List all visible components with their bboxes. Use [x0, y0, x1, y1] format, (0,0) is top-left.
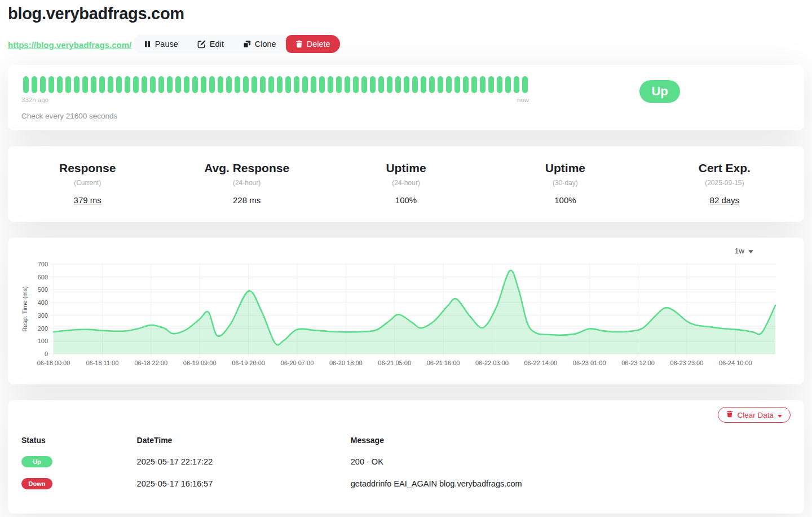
- column-header-datetime: DateTime: [137, 436, 351, 450]
- heartbeat-beat: [421, 76, 426, 93]
- heartbeat-beat: [505, 76, 511, 93]
- heartbeat-beat: [294, 76, 299, 93]
- svg-text:06-22 14:00: 06-22 14:00: [524, 360, 557, 366]
- heartbeat-beat: [226, 76, 232, 93]
- heartbeat-beat: [218, 76, 223, 93]
- column-header-status: Status: [21, 436, 137, 450]
- heartbeat-end-time: now: [517, 97, 529, 103]
- chevron-down-icon: [748, 247, 753, 255]
- heartbeat-beat: [48, 76, 54, 93]
- event-datetime: 2025-05-17 22:17:22: [137, 450, 351, 472]
- svg-text:06-18 22:00: 06-18 22:00: [134, 360, 167, 366]
- heartbeat-beat: [133, 76, 139, 93]
- stat-avg-response: Avg. Response (24-hour) 228 ms: [167, 161, 326, 205]
- svg-text:300: 300: [38, 312, 48, 319]
- stat-value-response-current[interactable]: 379 ms: [8, 195, 167, 205]
- heartbeat-beat: [192, 76, 198, 93]
- pause-icon: [144, 40, 151, 48]
- clone-icon: [243, 40, 251, 48]
- heartbeat-beat: [108, 76, 113, 93]
- heartbeat-beat: [57, 76, 63, 93]
- heartbeat-beat: [125, 76, 130, 93]
- heartbeat-beat: [184, 76, 189, 93]
- event-datetime: 2025-05-17 16:16:57: [137, 472, 351, 494]
- status-badge: Up: [639, 80, 679, 103]
- stat-value-uptime-30d: 100%: [486, 195, 645, 205]
- heartbeat-beat: [251, 76, 257, 93]
- heartbeat-beat: [429, 76, 435, 93]
- events-table: Status DateTime Message Up 2025-05-17 22…: [21, 436, 791, 494]
- heartbeat-beat: [150, 76, 156, 93]
- heartbeat-beat: [514, 76, 519, 93]
- pause-button[interactable]: Pause: [134, 35, 188, 53]
- svg-text:600: 600: [38, 274, 48, 281]
- heartbeat-beat: [488, 76, 494, 93]
- heartbeat-start-time: 332h ago: [21, 97, 48, 103]
- svg-text:0: 0: [45, 350, 48, 357]
- chart-period-select[interactable]: 1w: [732, 246, 756, 256]
- stat-response-current: Response (Current) 379 ms: [8, 161, 167, 205]
- heartbeat-beat: [268, 76, 274, 93]
- trash-icon: [295, 40, 303, 48]
- svg-text:06-19 20:00: 06-19 20:00: [232, 360, 265, 366]
- heartbeat-bar[interactable]: [21, 73, 529, 95]
- stat-value-cert-exp[interactable]: 82 days: [645, 195, 804, 205]
- clone-button[interactable]: Clone: [233, 35, 286, 53]
- chart-canvas[interactable]: 010020030040050060070006-18 00:0006-18 1…: [21, 260, 791, 375]
- heartbeat-beat: [471, 76, 477, 93]
- event-message: getaddrinfo EAI_AGAIN blog.verybadfrags.…: [351, 472, 791, 494]
- heartbeat-beat: [370, 76, 376, 93]
- status-pill-down: Down: [21, 478, 52, 489]
- clear-data-button[interactable]: Clear Data: [718, 407, 791, 423]
- svg-text:06-22 03:00: 06-22 03:00: [475, 360, 509, 366]
- stat-cert-exp: Cert Exp. (2025-09-15) 82 days: [645, 161, 804, 205]
- heartbeat-beat: [91, 76, 96, 93]
- svg-text:06-19 09:00: 06-19 09:00: [183, 360, 217, 366]
- stat-value-avg-response: 228 ms: [167, 195, 326, 205]
- heartbeat-beat: [32, 76, 37, 93]
- svg-text:500: 500: [38, 286, 48, 293]
- heartbeat-beat: [201, 76, 206, 93]
- heartbeat-beat: [463, 76, 469, 93]
- heartbeat-beat: [40, 76, 46, 93]
- heartbeat-beat: [116, 76, 122, 93]
- heartbeat-beat: [311, 76, 316, 93]
- svg-text:400: 400: [38, 299, 48, 306]
- heartbeat-beat: [65, 76, 71, 93]
- edit-icon: [197, 40, 206, 49]
- heartbeat-beat: [235, 76, 240, 93]
- check-interval-text: Check every 21600 seconds: [21, 112, 529, 120]
- svg-text:06-18 11:00: 06-18 11:00: [86, 360, 118, 366]
- heartbeat-beat: [446, 76, 452, 93]
- monitor-details-page: blog.verybadfrags.com https://blog.veryb…: [0, 0, 812, 514]
- edit-button[interactable]: Edit: [188, 35, 233, 53]
- svg-text:06-21 05:00: 06-21 05:00: [378, 360, 411, 366]
- heartbeat-beat: [361, 76, 367, 93]
- svg-text:06-20 18:00: 06-20 18:00: [329, 360, 363, 366]
- table-row: Up 2025-05-17 22:17:22 200 - OK: [21, 450, 791, 472]
- monitor-url-link[interactable]: https://blog.verybadfrags.com/: [8, 40, 131, 50]
- svg-text:06-23 01:00: 06-23 01:00: [573, 360, 606, 366]
- heartbeat-beat: [23, 76, 29, 93]
- heartbeat-beat: [302, 76, 308, 93]
- trash-icon: [726, 410, 733, 419]
- delete-button[interactable]: Delete: [286, 35, 340, 53]
- svg-text:200: 200: [38, 325, 48, 332]
- heartbeat-beat: [387, 76, 392, 93]
- heartbeat-beat: [209, 76, 215, 93]
- heartbeat-beat: [260, 76, 266, 93]
- heartbeat-beat: [438, 76, 443, 93]
- heartbeat-beat: [412, 76, 418, 93]
- svg-text:700: 700: [38, 261, 48, 268]
- response-time-chart[interactable]: 010020030040050060070006-18 00:0006-18 1…: [21, 260, 791, 378]
- heartbeat-beat: [82, 76, 88, 93]
- heartbeat-beat: [167, 76, 173, 93]
- page-title: blog.verybadfrags.com: [8, 5, 804, 23]
- svg-text:06-21 16:00: 06-21 16:00: [427, 360, 460, 366]
- heartbeat-beat: [175, 76, 181, 93]
- heartbeat-beat: [336, 76, 342, 93]
- svg-text:100: 100: [38, 338, 48, 344]
- heartbeat-beat: [99, 76, 105, 93]
- heartbeat-beat: [353, 76, 359, 93]
- svg-text:Resp. Time (ms): Resp. Time (ms): [21, 286, 28, 332]
